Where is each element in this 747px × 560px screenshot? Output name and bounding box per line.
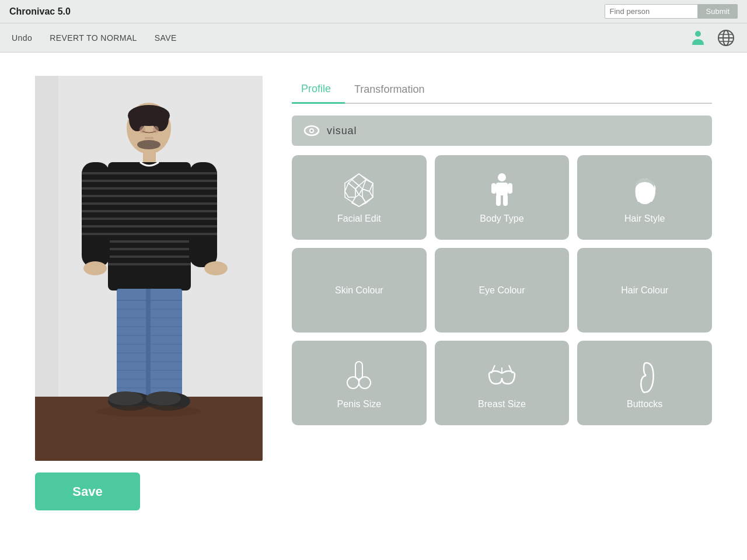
- svg-rect-46: [189, 195, 217, 197]
- bra-icon: [483, 357, 521, 394]
- svg-rect-32: [82, 162, 110, 267]
- penis-size-label: Penis Size: [337, 399, 382, 410]
- svg-rect-27: [108, 233, 191, 235]
- svg-line-94: [491, 365, 495, 373]
- left-panel: Save: [35, 76, 263, 537]
- buttocks-icon: [626, 357, 664, 394]
- svg-point-92: [359, 377, 371, 388]
- svg-point-83: [498, 173, 506, 181]
- svg-rect-87: [496, 194, 501, 206]
- skin-colour-card[interactable]: Skin Colour: [292, 248, 427, 332]
- svg-point-71: [96, 405, 201, 417]
- toolbar: Undo REVERT TO NORMAL SAVE: [0, 23, 747, 52]
- svg-rect-44: [189, 180, 217, 182]
- svg-point-89: [636, 183, 654, 204]
- buttocks-label: Buttocks: [627, 399, 662, 410]
- tabs: Profile Transformation: [292, 76, 712, 104]
- svg-rect-30: [108, 256, 191, 258]
- eye-icon: [303, 123, 320, 139]
- facial-edit-label: Facial Edit: [337, 214, 381, 224]
- svg-rect-33: [82, 172, 110, 174]
- find-person-input[interactable]: [605, 4, 698, 19]
- hair-style-card[interactable]: Hair Style: [577, 155, 712, 240]
- body-icon: [483, 172, 521, 209]
- svg-rect-49: [189, 218, 217, 220]
- undo-button[interactable]: Undo: [12, 33, 32, 43]
- svg-marker-75: [345, 174, 373, 206]
- breast-size-card[interactable]: Breast Size: [435, 341, 570, 425]
- hair-style-label: Hair Style: [624, 214, 665, 224]
- svg-rect-40: [82, 225, 110, 228]
- svg-point-52: [83, 261, 107, 275]
- svg-marker-76: [352, 174, 366, 186]
- svg-rect-39: [82, 218, 110, 220]
- svg-rect-21: [108, 187, 191, 190]
- top-bar: Chronivac 5.0 Submit: [0, 0, 747, 23]
- person-svg: [35, 76, 263, 461]
- penis-size-card[interactable]: Penis Size: [292, 341, 427, 425]
- options-grid: Facial Edit Body Type: [292, 155, 712, 425]
- svg-rect-88: [503, 194, 508, 206]
- buttocks-card[interactable]: Buttocks: [577, 341, 712, 425]
- svg-rect-31: [108, 263, 191, 265]
- toolbar-right: [689, 29, 735, 47]
- svg-rect-43: [189, 172, 217, 174]
- hair-style-icon: [626, 172, 664, 209]
- svg-point-70: [146, 391, 181, 405]
- svg-rect-37: [82, 202, 110, 205]
- tab-profile[interactable]: Profile: [292, 76, 345, 104]
- face-icon: [340, 172, 378, 209]
- breast-size-label: Breast Size: [478, 399, 526, 410]
- visual-header: visual: [292, 116, 712, 146]
- svg-marker-81: [345, 183, 355, 197]
- svg-marker-79: [355, 186, 362, 195]
- hair-colour-card[interactable]: Hair Colour: [577, 248, 712, 332]
- svg-rect-23: [108, 202, 191, 205]
- body-type-card[interactable]: Body Type: [435, 155, 570, 240]
- skin-colour-label: Skin Colour: [335, 285, 383, 296]
- svg-point-69: [108, 391, 143, 405]
- svg-rect-90: [355, 362, 362, 379]
- person-icon[interactable]: [689, 29, 707, 47]
- eye-colour-label: Eye Colour: [479, 285, 525, 296]
- submit-button[interactable]: Submit: [698, 4, 738, 19]
- svg-rect-8: [35, 76, 58, 397]
- svg-rect-50: [189, 225, 217, 228]
- svg-rect-17: [143, 150, 156, 162]
- save-toolbar-button[interactable]: SAVE: [155, 33, 177, 43]
- svg-rect-36: [82, 195, 110, 197]
- facial-edit-card[interactable]: Facial Edit: [292, 155, 427, 240]
- eye-colour-card[interactable]: Eye Colour: [435, 248, 570, 332]
- svg-point-53: [204, 261, 228, 275]
- svg-rect-22: [108, 195, 191, 197]
- svg-rect-35: [82, 187, 110, 190]
- main-content: Save Profile Transformation visual: [0, 52, 747, 560]
- svg-line-95: [509, 365, 512, 373]
- save-photo-button[interactable]: Save: [35, 473, 140, 510]
- revert-button[interactable]: REVERT TO NORMAL: [50, 33, 137, 43]
- penis-icon: [340, 357, 378, 394]
- svg-rect-26: [108, 225, 191, 228]
- tab-transformation[interactable]: Transformation: [345, 76, 438, 103]
- hair-colour-label: Hair Colour: [621, 285, 668, 296]
- svg-rect-34: [82, 180, 110, 182]
- svg-rect-85: [491, 183, 496, 194]
- svg-rect-41: [82, 233, 110, 235]
- svg-point-91: [347, 377, 359, 388]
- visual-label: visual: [327, 125, 357, 137]
- svg-marker-82: [352, 195, 366, 206]
- right-panel: Profile Transformation visual: [292, 76, 712, 537]
- body-type-label: Body Type: [480, 214, 523, 224]
- svg-rect-84: [496, 183, 508, 195]
- app-title: Chronivac 5.0: [9, 6, 605, 17]
- person-photo: [35, 76, 263, 461]
- svg-rect-42: [189, 162, 217, 267]
- svg-rect-45: [189, 187, 217, 190]
- svg-rect-86: [508, 183, 512, 194]
- svg-rect-29: [108, 248, 191, 250]
- svg-rect-38: [82, 210, 110, 212]
- svg-point-74: [310, 130, 313, 132]
- svg-rect-24: [108, 210, 191, 212]
- svg-rect-15: [145, 137, 153, 139]
- globe-icon[interactable]: [717, 29, 735, 47]
